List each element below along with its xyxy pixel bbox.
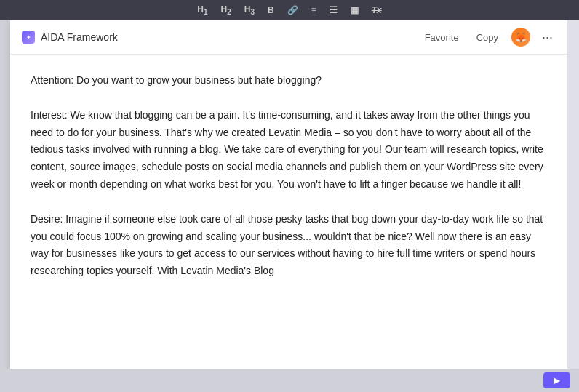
panel-title-area: AIDA Framework (22, 31, 420, 44)
bottom-bar: ▶ (0, 369, 579, 392)
table-button[interactable]: ▦ (348, 4, 362, 17)
ordered-list-button[interactable]: ≡ (308, 4, 319, 17)
h2-button[interactable]: H2 (218, 3, 234, 17)
left-sidebar-strip (0, 20, 10, 369)
content-body[interactable]: Attention: Do you want to grow your busi… (10, 55, 567, 369)
right-sidebar (567, 20, 579, 369)
bold-button[interactable]: B (265, 4, 277, 17)
aida-framework-icon (22, 31, 35, 44)
paragraph-desire: Desire: Imagine if someone else took car… (31, 211, 547, 280)
content-panel: AIDA Framework Favorite Copy 🦊 ··· Atten… (10, 20, 567, 369)
favorite-button[interactable]: Favorite (420, 30, 463, 45)
more-options-button[interactable]: ··· (539, 29, 556, 45)
paragraph-interest: Interest: We know that blogging can be a… (31, 107, 547, 193)
bottom-action-button[interactable]: ▶ (543, 372, 570, 388)
panel-actions: Favorite Copy 🦊 ··· (420, 28, 556, 47)
copy-button[interactable]: Copy (472, 30, 503, 45)
h3-button[interactable]: H3 (241, 3, 257, 17)
panel-title: AIDA Framework (41, 31, 118, 43)
paragraph-attention: Attention: Do you want to grow your busi… (31, 72, 547, 89)
panel-header: AIDA Framework Favorite Copy 🦊 ··· (10, 20, 567, 55)
main-area: AIDA Framework Favorite Copy 🦊 ··· Atten… (0, 20, 579, 369)
clear-format-button[interactable]: Tx (369, 4, 385, 17)
unordered-list-button[interactable]: ☰ (327, 4, 340, 17)
h1-button[interactable]: H1 (194, 3, 210, 17)
editor-toolbar: H1 H2 H3 B 🔗 ≡ ☰ ▦ Tx (0, 0, 579, 20)
link-button[interactable]: 🔗 (284, 4, 301, 17)
avatar[interactable]: 🦊 (511, 28, 530, 47)
